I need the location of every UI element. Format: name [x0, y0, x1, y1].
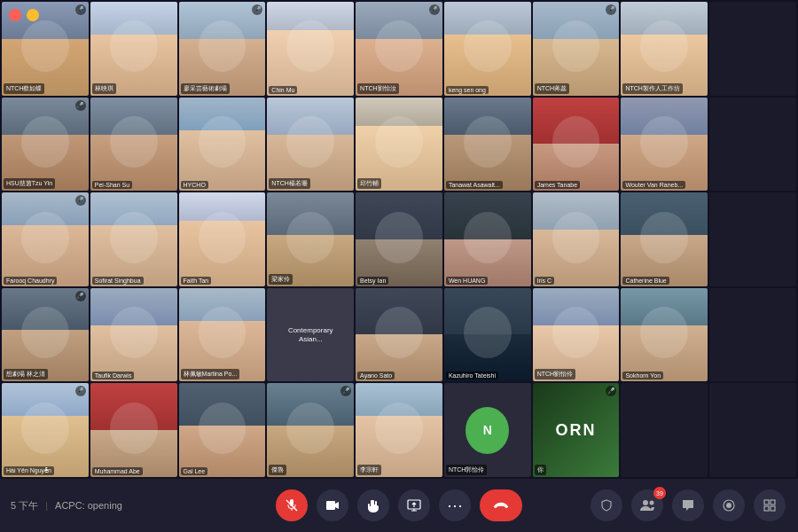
participant-cell[interactable]: 李宗軒	[356, 383, 442, 477]
svg-point-6	[726, 503, 732, 508]
participant-cell[interactable]: Kazuhiro Tateishi	[444, 288, 531, 382]
participant-video	[90, 288, 177, 382]
participant-video	[267, 192, 354, 286]
participant-cell[interactable]	[709, 98, 796, 192]
participant-video	[621, 98, 708, 192]
share-icon	[407, 499, 421, 512]
participant-video	[2, 288, 89, 382]
participant-name: HSU慈茵Tzu Yin	[4, 178, 55, 189]
participants-icon	[640, 499, 654, 512]
participant-cell[interactable]: Betsy Ian	[356, 192, 442, 286]
participant-cell[interactable]: 林映琪	[90, 2, 177, 96]
security-button[interactable]	[591, 489, 622, 521]
participant-cell[interactable]	[709, 2, 796, 96]
participant-cell[interactable]: Wen HUANG	[444, 192, 531, 286]
hand-icon	[366, 498, 380, 512]
participant-cell[interactable]: 🎤 傑魯	[267, 383, 354, 477]
video-grid: 🎤 NTCH蔡如蝶 林映琪 🎤 廖采芸藝術劇場 Chin Mu	[0, 0, 798, 479]
participant-cell[interactable]: Gal Lee	[179, 383, 266, 477]
participant-cell[interactable]: Taufik Darwis	[90, 288, 177, 382]
participants-button[interactable]: 39	[631, 489, 663, 521]
participant-cell[interactable]: Wouter Van Raneb...	[621, 98, 708, 192]
participant-cell[interactable]: 梁家伶	[267, 192, 354, 286]
participant-name: NTCH劉怡伶	[535, 369, 575, 379]
participant-cell[interactable]: 林佩敏Martina Po...	[179, 288, 266, 382]
share-screen-button[interactable]	[398, 489, 430, 521]
participant-cell[interactable]	[709, 192, 796, 286]
participant-cell[interactable]: Sokhorn Yon	[621, 288, 708, 382]
participant-cell[interactable]	[709, 383, 796, 477]
participant-cell[interactable]: Pei-Shan Su	[90, 98, 177, 192]
mic-muted-icon: 🎤	[75, 291, 86, 301]
participant-name: Chin Mu	[269, 86, 297, 94]
end-call-button[interactable]	[480, 489, 522, 521]
participant-video	[179, 288, 266, 382]
video-button[interactable]	[317, 489, 348, 521]
participant-video	[621, 288, 708, 382]
breakout-icon	[763, 499, 776, 512]
chat-button[interactable]	[672, 489, 704, 521]
participant-name: Hài Yên Nguyễn	[4, 466, 54, 475]
participant-video	[621, 2, 708, 96]
record-button[interactable]	[713, 489, 745, 521]
participant-name: NTCH郭怡伶	[446, 465, 487, 475]
participant-cell[interactable]: Chin Mu	[267, 2, 354, 96]
mic-button[interactable]	[276, 489, 308, 521]
participant-cell[interactable]: Tanawat Asawalt...	[444, 98, 531, 192]
participant-name: NTCH蒋蕊	[535, 83, 569, 94]
participant-cell[interactable]	[709, 288, 796, 382]
participant-cell-contemporary[interactable]: ContemporaryAsian...	[267, 288, 354, 382]
participant-cell[interactable]: Sofirat Singhbua	[90, 192, 177, 286]
breakout-button[interactable]	[754, 489, 786, 521]
participant-cell[interactable]: 🎤 NTCH蒋蕊	[533, 2, 620, 96]
participant-cell[interactable]: keng sen ong	[444, 2, 531, 96]
participant-cell[interactable]: NTCH製作人工作坊	[621, 2, 708, 96]
participant-name: Kazuhiro Tateishi	[446, 372, 498, 379]
participant-cell[interactable]: HYCHO	[179, 98, 266, 192]
participant-cell[interactable]: 🎤 廖采芸藝術劇場	[179, 2, 266, 96]
participant-cell[interactable]: 🎤 想劇場 林之清	[2, 288, 89, 382]
avatar-n-icon: N	[466, 407, 509, 454]
mic-icon	[285, 498, 299, 512]
participant-name: 梁家伶	[269, 274, 293, 285]
more-button[interactable]: ⋯	[439, 489, 471, 521]
participant-video	[533, 192, 620, 286]
participant-cell[interactable]: Muhammad Abe	[90, 383, 177, 477]
participant-video	[356, 192, 442, 286]
participant-cell[interactable]: Faith Tan	[179, 192, 266, 286]
participant-name: 廖采芸藝術劇場	[181, 83, 230, 94]
participant-name: Betsy Ian	[357, 277, 388, 285]
participant-video	[533, 288, 620, 382]
mic-muted-icon: 🎤	[75, 4, 86, 15]
participant-cell[interactable]: Iris C	[533, 192, 620, 286]
svg-point-3	[643, 500, 648, 505]
participant-name: Sokhorn Yon	[622, 372, 663, 379]
participant-video	[444, 192, 531, 286]
participant-cell-orn[interactable]: ORN 🎤 你	[533, 383, 620, 477]
participant-cell[interactable]: 🎤 HSU慈茵Tzu Yin	[2, 98, 89, 192]
participant-video	[179, 98, 266, 192]
participant-cell[interactable]: 🎤 Hài Yên Nguyễn	[2, 383, 89, 477]
participant-cell[interactable]: Ayano Sato	[356, 288, 442, 382]
participant-cell[interactable]: James Tanabe	[533, 98, 620, 192]
svg-rect-8	[771, 500, 775, 505]
participant-cell[interactable]: 🎤 Farooq Chaudhry	[2, 192, 89, 286]
participant-cell[interactable]: NTCH楊若珊	[267, 98, 354, 192]
participant-cell[interactable]: 邱竹輔	[356, 98, 442, 192]
participant-cell[interactable]	[621, 383, 708, 477]
participant-name: 李宗軒	[357, 465, 381, 475]
participant-name: HYCHO	[181, 181, 208, 189]
minimize-button[interactable]	[27, 9, 39, 21]
participant-name: 你	[535, 465, 546, 475]
reactions-button[interactable]	[357, 489, 389, 521]
participant-name: 想劇場 林之清	[4, 369, 48, 379]
participant-video	[356, 383, 442, 477]
participant-video	[533, 2, 620, 96]
participant-cell[interactable]: Catherine Blue	[621, 192, 708, 286]
participant-cell[interactable]: NTCH劉怡伶	[533, 288, 620, 382]
participant-cell-ntch[interactable]: N NTCH郭怡伶	[444, 383, 531, 477]
participant-cell[interactable]: 🎤 NTCH劉怡汝	[356, 2, 442, 96]
close-button[interactable]	[9, 9, 21, 21]
participant-video	[179, 192, 266, 286]
participant-video	[533, 98, 620, 192]
